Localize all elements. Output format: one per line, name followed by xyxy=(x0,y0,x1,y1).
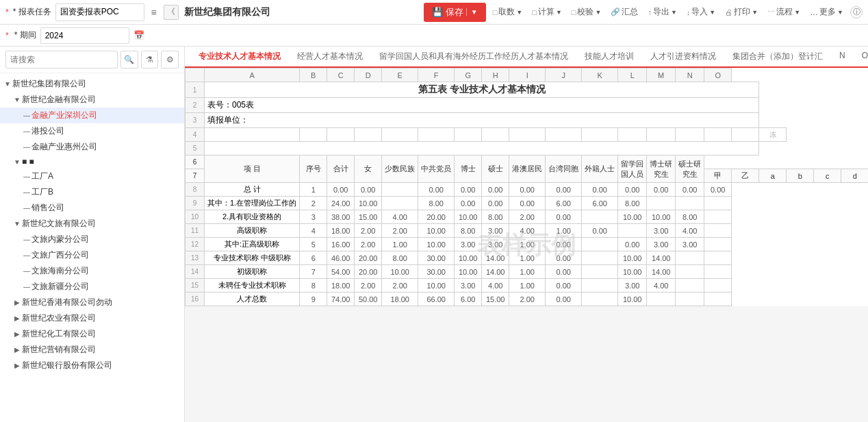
tree-toggle-gangzou[interactable]: — xyxy=(22,127,31,135)
row-seq-1[interactable]: 2 xyxy=(300,197,327,210)
cell-9-12[interactable] xyxy=(704,197,732,210)
tab-tab8[interactable]: O xyxy=(854,47,868,68)
cell-12-9[interactable]: 0.00 xyxy=(618,238,647,251)
cell-16-2[interactable]: 18.00 xyxy=(382,293,418,306)
spreadsheet-container[interactable]: 表样示例 A B C D E F G H I J xyxy=(185,68,868,422)
tree-item-agri[interactable]: ▶新世纪农业有限公司 xyxy=(0,310,184,326)
cell-8-2[interactable] xyxy=(382,183,418,197)
cell-14-6[interactable]: 1.00 xyxy=(509,265,546,279)
cell-10-8[interactable] xyxy=(582,210,618,224)
cell-15-9[interactable]: 3.00 xyxy=(618,279,647,293)
cell-14-7[interactable]: 0.00 xyxy=(546,265,582,279)
cell-10-10[interactable]: 10.00 xyxy=(647,210,676,224)
search-button[interactable]: 🔍 xyxy=(120,51,138,69)
cell-12-0[interactable]: 16.00 xyxy=(327,238,355,251)
filter-button[interactable]: ⚗ xyxy=(141,51,159,69)
settings-button[interactable]: ⚙ xyxy=(161,51,179,69)
import-action[interactable]: ↓ 导入 ▼ xyxy=(684,5,718,19)
cell-14-0[interactable]: 54.00 xyxy=(327,265,355,279)
cell-11-4[interactable]: 8.00 xyxy=(455,224,482,238)
tab-tab1[interactable]: 专业技术人才基本情况 xyxy=(190,47,289,68)
cell-11-5[interactable]: 3.00 xyxy=(482,224,509,238)
cell-15-6[interactable]: 1.00 xyxy=(509,279,546,293)
cell-9-1[interactable]: 10.00 xyxy=(355,197,382,210)
row-seq-3[interactable]: 4 xyxy=(300,224,327,238)
tab-tab2[interactable]: 经营人才基本情况 xyxy=(289,47,371,68)
cell-14-11[interactable] xyxy=(676,265,704,279)
cell-11-7[interactable]: 1.00 xyxy=(546,224,582,238)
cell-15-10[interactable]: 4.00 xyxy=(647,279,676,293)
cell-15-5[interactable]: 4.00 xyxy=(482,279,509,293)
cell-8-4[interactable]: 0.00 xyxy=(455,183,482,197)
flow-action[interactable]: ⋯ 流程 ▼ xyxy=(765,5,803,19)
cell-10-0[interactable]: 38.00 xyxy=(327,210,355,224)
cell-14-5[interactable]: 14.00 xyxy=(482,265,509,279)
tree-item-hk[interactable]: ▶新世纪香港有限公司勿动 xyxy=(0,295,184,310)
task-menu-icon[interactable]: ≡ xyxy=(147,5,161,19)
cell-14-3[interactable]: 30.00 xyxy=(418,265,455,279)
cell-13-9[interactable]: 10.00 xyxy=(618,251,647,265)
tree-toggle-root[interactable]: ▼ xyxy=(3,80,12,88)
cell-11-1[interactable]: 2.00 xyxy=(355,224,382,238)
tree-toggle-hk[interactable]: ▶ xyxy=(12,299,22,306)
cell-11-10[interactable]: 3.00 xyxy=(647,224,676,238)
cell-8-8[interactable]: 0.00 xyxy=(582,183,618,197)
cell-15-3[interactable]: 10.00 xyxy=(418,279,455,293)
row-seq-8[interactable]: 9 xyxy=(300,293,327,306)
cell-15-0[interactable]: 18.00 xyxy=(327,279,355,293)
cell-16-11[interactable] xyxy=(676,293,704,306)
cell-16-8[interactable] xyxy=(582,293,618,306)
row-seq-2[interactable]: 3 xyxy=(300,210,327,224)
search-input[interactable] xyxy=(5,51,118,69)
cell-12-4[interactable]: 3.00 xyxy=(455,238,482,251)
tree-item-finance[interactable]: ▼新世纪金融有限公司 xyxy=(0,92,184,108)
task-input[interactable] xyxy=(55,3,144,21)
tree-item-factoryA[interactable]: —工厂A xyxy=(0,169,184,184)
cell-15-12[interactable] xyxy=(704,279,732,293)
cell-8-11[interactable]: 0.00 xyxy=(676,183,704,197)
tree-toggle-finance[interactable]: ▼ xyxy=(12,96,22,103)
cell-13-2[interactable]: 8.00 xyxy=(382,251,418,265)
cell-11-0[interactable]: 18.00 xyxy=(327,224,355,238)
cell-16-0[interactable]: 74.00 xyxy=(327,293,355,306)
cell-9-0[interactable]: 24.00 xyxy=(327,197,355,210)
cell-14-9[interactable]: 10.00 xyxy=(618,265,647,279)
save-button[interactable]: 💾 保存 ▼ xyxy=(424,3,486,22)
cell-15-4[interactable]: 3.00 xyxy=(455,279,482,293)
cell-10-2[interactable]: 4.00 xyxy=(382,210,418,224)
row-seq-7[interactable]: 8 xyxy=(300,279,327,293)
tree-toggle-wl-hn[interactable]: — xyxy=(22,267,31,275)
cell-11-12[interactable] xyxy=(704,224,732,238)
cell-12-2[interactable]: 1.00 xyxy=(382,238,418,251)
cell-13-10[interactable]: 14.00 xyxy=(647,251,676,265)
cell-9-3[interactable]: 8.00 xyxy=(418,197,455,210)
cell-9-8[interactable]: 6.00 xyxy=(582,197,618,210)
cell-13-4[interactable]: 10.00 xyxy=(455,251,482,265)
cell-8-3[interactable]: 0.00 xyxy=(418,183,455,197)
cell-11-9[interactable] xyxy=(618,224,647,238)
cell-10-5[interactable]: 8.00 xyxy=(482,210,509,224)
cell-13-3[interactable]: 30.00 xyxy=(418,251,455,265)
tree-toggle-wl-xj[interactable]: — xyxy=(22,283,31,290)
cell-12-10[interactable]: 3.00 xyxy=(647,238,676,251)
row-seq-6[interactable]: 7 xyxy=(300,265,327,279)
tree-item-wl-xj[interactable]: —文旅新疆分公司 xyxy=(0,279,184,295)
cell-16-7[interactable]: 0.00 xyxy=(546,293,582,306)
tree-item-root[interactable]: ▼新世纪集团有限公司 xyxy=(0,76,184,92)
cell-8-10[interactable]: 0.00 xyxy=(647,183,676,197)
cell-16-5[interactable]: 15.00 xyxy=(482,293,509,306)
tab-tab6[interactable]: 集团合并（添加）登计汇 xyxy=(724,47,831,68)
cell-13-1[interactable]: 20.00 xyxy=(355,251,382,265)
cell-14-2[interactable]: 10.00 xyxy=(382,265,418,279)
period-input[interactable] xyxy=(40,27,129,44)
cell-13-0[interactable]: 46.00 xyxy=(327,251,355,265)
cell-11-2[interactable]: 2.00 xyxy=(382,224,418,238)
cell-8-9[interactable]: 0.00 xyxy=(618,183,647,197)
cell-15-11[interactable] xyxy=(676,279,704,293)
cell-12-12[interactable] xyxy=(704,238,732,251)
cell-12-3[interactable]: 10.00 xyxy=(418,238,455,251)
cell-9-7[interactable]: 6.00 xyxy=(546,197,582,210)
tree-item-tourism[interactable]: ▼新世纪文旅有限公司 xyxy=(0,216,184,232)
cell-15-2[interactable]: 2.00 xyxy=(382,279,418,293)
cell-14-12[interactable] xyxy=(704,265,732,279)
